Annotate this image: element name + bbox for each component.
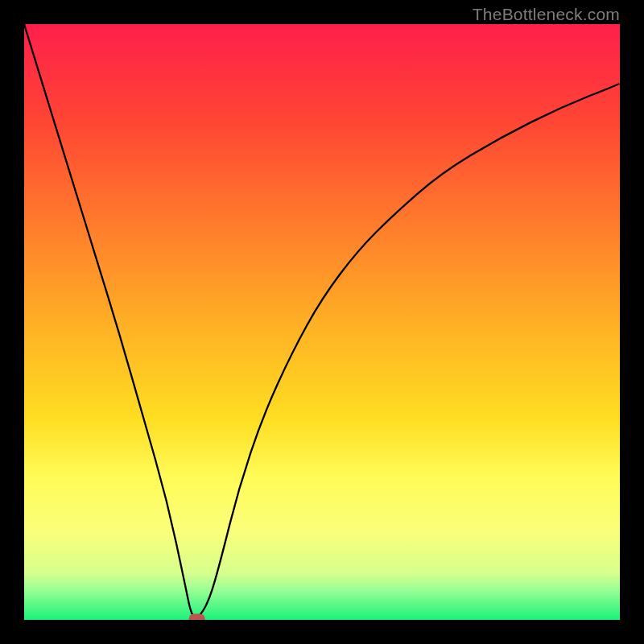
gradient-background bbox=[24, 24, 620, 620]
optimal-point-marker bbox=[189, 614, 205, 621]
attribution-text: TheBottleneck.com bbox=[473, 5, 620, 24]
chart-svg bbox=[24, 24, 620, 620]
chart-root: TheBottleneck.com bbox=[0, 0, 644, 644]
plot-area bbox=[24, 24, 620, 620]
